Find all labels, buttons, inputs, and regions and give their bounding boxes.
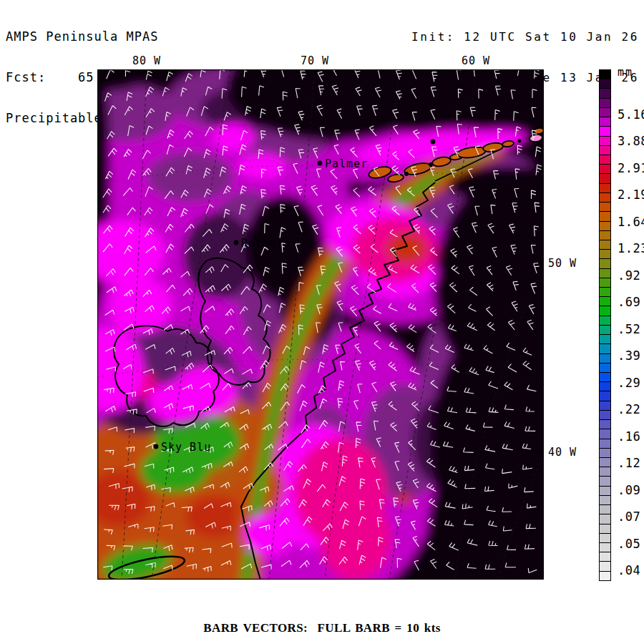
colorbar-cell [600, 70, 610, 79]
colorbar-tick-label: 5.16 [618, 107, 644, 122]
colorbar-cell [600, 411, 610, 420]
colorbar-cell [600, 89, 610, 98]
colorbar-cell [600, 316, 610, 326]
station-dot [318, 161, 323, 166]
colorbar-cell [600, 127, 610, 136]
colorbar-cell [600, 467, 610, 477]
colorbar-cell [600, 543, 610, 552]
colorbar-cell [600, 297, 610, 306]
colorbar-cell [600, 420, 610, 429]
colorbar-cell [600, 505, 610, 514]
colorbar-cell [600, 117, 610, 127]
weather-plot-page: AMPS Peninsula MPAS Fcst: 65 h Precipita… [0, 0, 644, 644]
colorbar-cell [600, 240, 610, 250]
station-dot [234, 240, 239, 245]
station-dot [431, 140, 436, 145]
axis-label-top: 80 W [122, 54, 172, 67]
colorbar-tick-label: 2.91 [618, 161, 644, 175]
colorbar-tick-label: .12 [618, 456, 640, 470]
colorbar-tick-label: .29 [618, 376, 640, 390]
axis-label-right: 50 W [548, 257, 577, 270]
colorbar-cell [600, 382, 610, 391]
colorbar-tick-label: .69 [618, 295, 640, 309]
colorbar-tick-label: .05 [618, 537, 640, 551]
axis-label-top: 70 W [290, 54, 340, 67]
colorbar-cell [600, 477, 610, 486]
colorbar-cell [600, 278, 610, 288]
colorbar-cell [600, 203, 610, 212]
colorbar-cell [600, 534, 610, 543]
colorbar-cell [600, 174, 610, 183]
map-image: PalmerRotheraSky Blu [97, 69, 544, 580]
axis-label-top: 60 W [451, 54, 501, 67]
colorbar-cell [600, 354, 610, 364]
colorbar-cell [600, 572, 610, 580]
colorbar-tick-label: .04 [618, 563, 640, 577]
station-label: Sky Blu [161, 441, 211, 454]
colorbar-cell [600, 525, 610, 534]
colorbar-tick-label: .39 [618, 348, 640, 363]
model-title: AMPS Peninsula MPAS [6, 30, 199, 44]
barb-legend-caption: BARB VECTORS: FULL BARB = 10 kts [0, 621, 644, 635]
colorbar-cell [600, 552, 610, 562]
colorbar-cell [600, 429, 610, 439]
colorbar: mm 5.163.882.912.191.641.23.92.69.52.39.… [597, 68, 644, 587]
colorbar-tick-label: 2.19 [618, 187, 644, 202]
colorbar-cell [600, 146, 610, 155]
colorbar-cell [600, 458, 610, 467]
colorbar-cell [600, 193, 610, 203]
colorbar-tick-label: .16 [618, 429, 640, 444]
axis-label-right: 40 W [548, 446, 577, 459]
colorbar-cell [600, 562, 610, 571]
colorbar-cell [600, 391, 610, 401]
colorbar-cell [600, 373, 610, 382]
colorbar-cell [600, 496, 610, 505]
colorbar-tick-label: .07 [618, 509, 640, 524]
colorbar-cell [600, 165, 610, 174]
colorbar-cell [600, 514, 610, 524]
init-time: Init: 12 UTC Sat 10 Jan 26 [403, 30, 639, 44]
pwv-field [97, 69, 544, 580]
colorbar-cell [600, 79, 610, 89]
colorbar-cell [600, 364, 610, 373]
colorbar-cell [600, 326, 610, 335]
map-svg: PalmerRotheraSky Blu [97, 69, 544, 580]
colorbar-tick-label: .52 [618, 322, 640, 336]
colorbar-cell [600, 439, 610, 449]
colorbar-cell [600, 306, 610, 316]
colorbar-cell [600, 155, 610, 165]
colorbar-cell [600, 222, 610, 231]
colorbar-cell [600, 250, 610, 259]
colorbar-tick-label: 1.64 [618, 215, 644, 229]
colorbar-tick-label: 1.23 [618, 241, 644, 255]
colorbar-cell [600, 449, 610, 458]
colorbar-cell [600, 269, 610, 278]
colorbar-tick-label: .22 [618, 402, 640, 416]
colorbar-cell [600, 99, 610, 108]
colorbar-cells [599, 69, 611, 581]
colorbar-unit-label: mm [618, 66, 633, 79]
colorbar-cell [600, 212, 610, 221]
colorbar-cell [600, 259, 610, 268]
colorbar-cell [600, 184, 610, 193]
colorbar-tick-label: 3.88 [618, 134, 644, 148]
colorbar-cell [600, 108, 610, 117]
colorbar-cell [600, 335, 610, 344]
station-dot [154, 444, 159, 449]
colorbar-tick-label: .09 [618, 483, 640, 497]
colorbar-cell [600, 487, 610, 496]
colorbar-cell [600, 288, 610, 297]
colorbar-tick-label: .92 [618, 268, 640, 283]
colorbar-cell [600, 231, 610, 240]
colorbar-cell [600, 401, 610, 411]
station-label: Palmer [325, 157, 368, 170]
station-label: Rothera [241, 237, 291, 250]
colorbar-cell [600, 344, 610, 353]
colorbar-cell [600, 137, 610, 146]
